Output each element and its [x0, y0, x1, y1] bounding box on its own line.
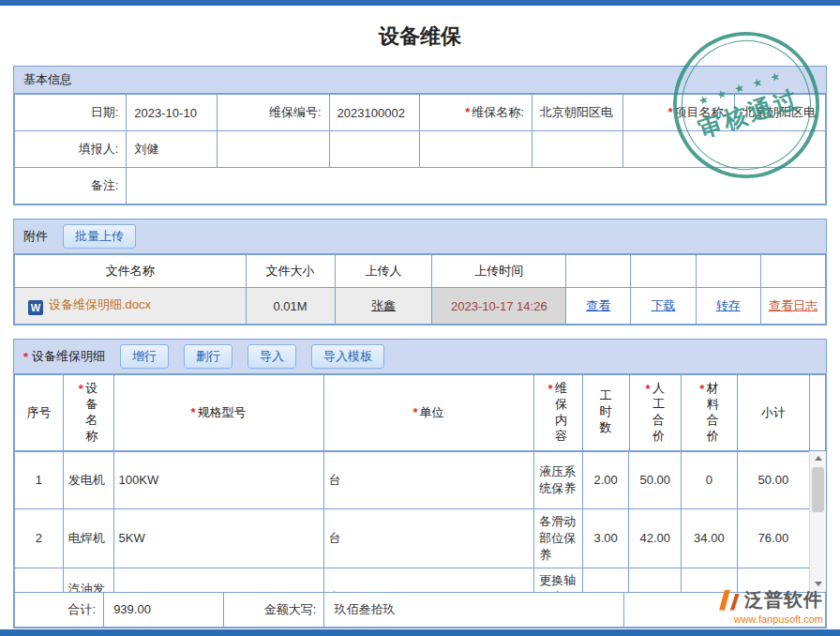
summary-bar: 合计: 939.00 金额大写: 玖佰叁拾玖	[14, 592, 826, 628]
attachments-title: 附件	[23, 228, 48, 245]
scrollbar-thumb[interactable]	[812, 467, 824, 512]
scroll-up-button[interactable]	[810, 451, 826, 466]
required-asterisk: *	[23, 350, 28, 364]
detail-cell-subtotal: 76.00	[737, 508, 809, 568]
basic-info-table: 日期: 2023-10-10 维保编号: 2023100002 *维保名称: 北…	[14, 94, 826, 204]
project-name-label: *项目名称:	[622, 95, 734, 131]
date-value: 2023-10-10	[127, 95, 218, 131]
attachment-size: 0.01M	[246, 288, 335, 325]
page-title: 设备维保	[13, 23, 827, 51]
transfer-link[interactable]: 转存	[716, 298, 741, 312]
batch-upload-button[interactable]: 批量上传	[63, 224, 136, 249]
detail-table-body: 1 发电机 100KW 台 液压系统保养 2.00 50.00 0 50.00 …	[14, 451, 826, 592]
empty-cell	[420, 131, 532, 168]
detail-cell-labor: 100.00	[629, 568, 682, 592]
reporter-label: 填报人:	[15, 131, 127, 168]
detail-cell-index: 1	[15, 451, 64, 508]
maintenance-name-label: *维保名称:	[420, 95, 532, 131]
view-log-link[interactable]: 查看日志	[769, 298, 818, 312]
detail-cell-content: 各滑动部位保养	[534, 508, 583, 568]
col-header-action	[631, 255, 696, 288]
detail-cell-index: 2	[15, 508, 64, 568]
equipment-maintenance-page: 设备维保 基本信息 日期: 2023-10-10 维保编号: 202310000…	[0, 0, 840, 636]
empty-cell	[218, 131, 329, 168]
detail-header: *设备维保明细 增行 删行 导入 导入模板	[14, 340, 826, 374]
download-link[interactable]: 下载	[651, 298, 675, 312]
add-row-button[interactable]: 增行	[120, 344, 169, 369]
detail-cell-material: 0	[682, 451, 738, 508]
col-header-device-name: *设备名称	[63, 375, 113, 451]
detail-cell-unit: 台	[323, 568, 533, 592]
col-header-action	[566, 255, 631, 288]
detail-cell-device: 发电机	[63, 451, 113, 508]
col-header-action	[696, 255, 760, 288]
col-header-labor-price: *人工合价	[629, 375, 682, 451]
col-header-index: 序号	[15, 375, 64, 451]
detail-cell-labor: 50.00	[629, 451, 682, 508]
bottom-border-strip	[0, 629, 840, 636]
attachments-table: 文件名称 文件大小 上传人 上传时间 W设备维保明细.docx 0.01M 张鑫…	[14, 254, 826, 325]
summary-row: 合计: 939.00 金额大写: 玖佰叁拾玖	[15, 592, 826, 627]
attachment-file-link[interactable]: 设备维保明细.docx	[49, 297, 151, 311]
project-name-value: 北京朝阳区电	[735, 95, 826, 131]
detail-cell-content: 更换轴承壳观察	[534, 568, 583, 592]
detail-cell-device: 汽油发电机	[63, 568, 113, 592]
detail-cell-model: 5KW	[113, 508, 323, 568]
date-label: 日期:	[15, 95, 127, 131]
detail-cell-content: 液压系统保养	[534, 451, 583, 508]
detail-title: *设备维保明细	[23, 348, 105, 365]
col-header-upload-time: 上传时间	[432, 255, 566, 288]
col-header-material-price: *材料合价	[682, 375, 738, 451]
empty-cell	[329, 131, 420, 168]
view-link[interactable]: 查看	[586, 298, 610, 312]
import-button[interactable]: 导入	[248, 344, 296, 369]
attachment-uploader: 张鑫	[335, 288, 432, 325]
vertical-scrollbar[interactable]	[809, 451, 826, 592]
attachments-header-row: 文件名称 文件大小 上传人 上传时间	[15, 255, 826, 288]
detail-cell-hours: 4.00	[582, 568, 629, 592]
maintenance-code-value: 2023100002	[329, 95, 420, 131]
delete-row-button[interactable]: 删行	[184, 344, 232, 369]
detail-cell-model: 5KW	[113, 568, 323, 592]
word-file-icon: W	[28, 300, 43, 315]
detail-cell-model: 100KW	[113, 451, 323, 508]
basic-info-row-3: 备注:	[15, 168, 826, 204]
detail-table-header: 序号 *设备名称 *规格型号 *单位 *维保内容 工时数 *人工合价 *材料合价…	[14, 374, 826, 451]
col-header-file-name: 文件名称	[15, 255, 247, 288]
attachment-row: W设备维保明细.docx 0.01M 张鑫 2023-10-17 14:26 查…	[15, 288, 826, 325]
basic-info-row-1: 日期: 2023-10-10 维保编号: 2023100002 *维保名称: 北…	[15, 95, 826, 131]
attachment-file-cell: W设备维保明细.docx	[15, 288, 247, 325]
basic-info-section: 基本信息 日期: 2023-10-10 维保编号: 2023100002 *维保…	[13, 66, 827, 205]
brand-name: 泛普软件	[744, 587, 823, 613]
attachment-upload-time: 2023-10-17 14:26	[432, 288, 566, 325]
detail-cell-subtotal: 50.00	[737, 451, 809, 508]
remark-label: 备注:	[15, 168, 127, 204]
attachment-action-cell: 转存	[696, 288, 760, 325]
attachment-action-cell: 下载	[631, 288, 696, 325]
detail-cell-labor: 42.00	[629, 508, 682, 568]
amount-words-value: 玖佰叁拾玖	[324, 592, 624, 627]
col-header-hours: 工时数	[582, 375, 629, 451]
detail-cell-hours: 3.00	[582, 508, 629, 568]
reporter-value: 刘健	[127, 131, 218, 168]
detail-section: *设备维保明细 增行 删行 导入 导入模板 序号 *设备名称 *规格型号 *单位…	[13, 339, 827, 628]
detail-cell-unit: 台	[323, 451, 533, 508]
empty-cell	[622, 131, 825, 168]
col-header-unit: *单位	[323, 375, 533, 451]
import-template-button[interactable]: 导入模板	[311, 344, 384, 369]
brand-website: www.fanpusoft.com	[716, 613, 823, 625]
chevron-up-icon	[815, 456, 822, 461]
empty-cell	[532, 131, 622, 168]
detail-cell-unit: 台	[323, 508, 533, 568]
maintenance-code-label: 维保编号:	[218, 95, 329, 131]
chevron-down-icon	[815, 582, 822, 586]
detail-row: 3 汽油发电机 5KW 台 更换轴承壳观察 4.00 100.00 232.00…	[15, 568, 810, 592]
col-header-subtotal: 小计	[738, 375, 810, 451]
remark-value	[127, 168, 826, 204]
basic-info-header: 基本信息	[14, 67, 826, 94]
amount-words-label: 金额大写:	[224, 592, 324, 627]
detail-cell-hours: 2.00	[582, 451, 629, 508]
required-asterisk: *	[465, 105, 470, 119]
scrollbar-spacer	[809, 375, 825, 451]
detail-row: 1 发电机 100KW 台 液压系统保养 2.00 50.00 0 50.00	[15, 451, 810, 508]
